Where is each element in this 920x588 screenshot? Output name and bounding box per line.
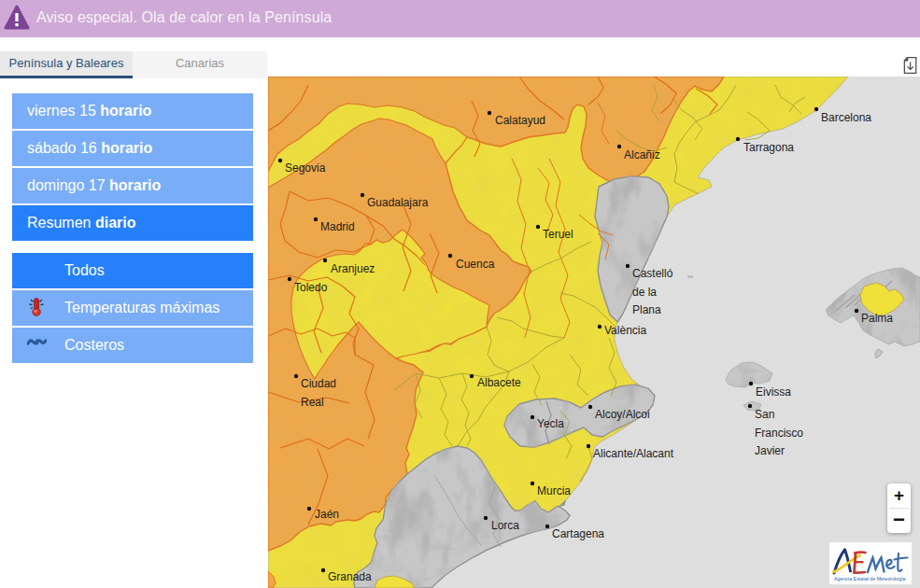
svg-text:de la: de la: [632, 286, 657, 299]
svg-text:Palma: Palma: [861, 312, 893, 325]
svg-text:Real: Real: [301, 396, 324, 409]
svg-text:San: San: [755, 408, 774, 421]
svg-text:Toledo: Toledo: [294, 281, 328, 294]
svg-text:Lorca: Lorca: [491, 519, 519, 532]
svg-text:Plana: Plana: [632, 303, 661, 316]
svg-text:València: València: [604, 324, 646, 337]
svg-text:Jaén: Jaén: [315, 508, 339, 521]
svg-text:Agencia Estatal de Meteorologí: Agencia Estatal de Meteorología: [834, 576, 906, 581]
svg-text:Granada: Granada: [328, 570, 372, 583]
svg-text:Guadalajara: Guadalajara: [367, 196, 429, 209]
svg-text:Cartagena: Cartagena: [552, 527, 604, 540]
svg-text:Aranjuez: Aranjuez: [331, 262, 375, 275]
svg-text:Segovia: Segovia: [285, 161, 326, 175]
svg-text:Castelló: Castelló: [632, 267, 673, 280]
svg-text:Ciudad: Ciudad: [301, 377, 336, 390]
svg-text:Alcañiz: Alcañiz: [624, 148, 660, 161]
svg-text:Francisco: Francisco: [755, 427, 803, 440]
svg-text:Madrid: Madrid: [320, 220, 355, 233]
svg-text:Alicante/Alacant: Alicante/Alacant: [593, 447, 674, 460]
svg-text:Murcia: Murcia: [537, 484, 571, 497]
svg-text:Tarragona: Tarragona: [743, 141, 794, 154]
svg-text:Calatayud: Calatayud: [495, 114, 545, 127]
svg-text:Javier: Javier: [755, 444, 785, 457]
svg-text:Barcelona: Barcelona: [821, 111, 871, 124]
svg-text:Yecla: Yecla: [537, 417, 564, 430]
svg-text:Alcoy/Alcoi: Alcoy/Alcoi: [595, 408, 650, 421]
svg-text:Teruel: Teruel: [543, 228, 573, 241]
svg-text:Albacete: Albacete: [477, 376, 521, 389]
svg-text:Eivissa: Eivissa: [756, 385, 791, 399]
svg-text:Cuenca: Cuenca: [456, 258, 495, 271]
